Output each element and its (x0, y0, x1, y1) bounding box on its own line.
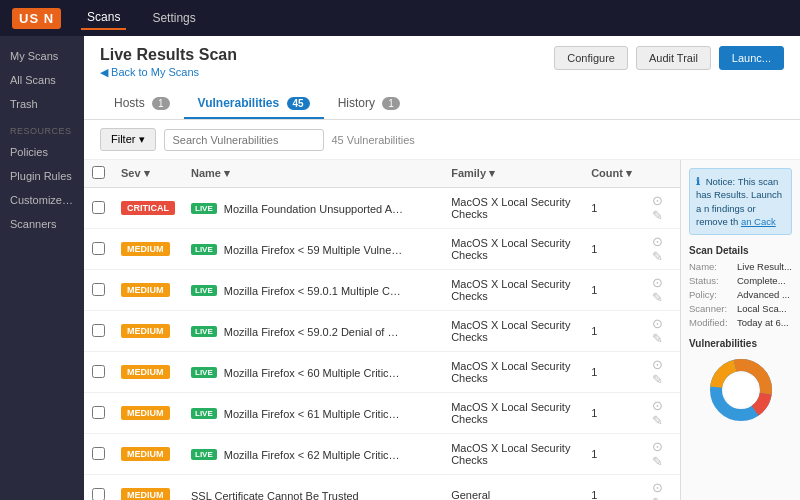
launch-button[interactable]: Launc... (719, 46, 784, 70)
table-row: MEDIUM SSL Certificate Cannot Be Trusted… (84, 475, 680, 501)
sidebar-item-customized-reports[interactable]: Customized Reports (0, 188, 84, 212)
audit-trail-button[interactable]: Audit Trail (636, 46, 711, 70)
tab-vuln-badge: 45 (287, 97, 310, 110)
tab-hosts[interactable]: Hosts 1 (100, 89, 184, 119)
table-row: MEDIUM LIVE Mozilla Firefox < 61 Multipl… (84, 393, 680, 434)
action-edit-icon-6[interactable]: ✎ (652, 454, 663, 469)
action-edit-icon-1[interactable]: ✎ (652, 249, 663, 264)
side-panel: ℹ Notice: This scan has Results. Launch … (680, 160, 800, 500)
table-row: MEDIUM LIVE Mozilla Firefox < 60 Multipl… (84, 352, 680, 393)
action-circle-icon-1[interactable]: ⊙ (652, 234, 663, 249)
scan-detail-row-4: Modified: Today at 6... (689, 317, 792, 328)
scan-detail-label-2: Policy: (689, 289, 734, 300)
notice-link[interactable]: an Cack (741, 216, 776, 227)
vuln-count-7: 1 (583, 475, 640, 501)
live-badge-1: LIVE (191, 244, 217, 255)
nav-scans[interactable]: Scans (81, 6, 126, 30)
action-circle-icon-5[interactable]: ⊙ (652, 398, 663, 413)
sidebar-item-all-scans[interactable]: All Scans (0, 68, 84, 92)
vuln-name-4[interactable]: Mozilla Firefox < 60 Multiple Critical V… (224, 367, 404, 379)
row-checkbox-0[interactable] (92, 201, 105, 214)
vuln-name-3[interactable]: Mozilla Firefox < 59.0.2 Denial of Servi… (224, 326, 404, 338)
scan-detail-row-3: Scanner: Local Sca... (689, 303, 792, 314)
vuln-section-title: Vulnerabilities (689, 338, 792, 349)
action-edit-icon-4[interactable]: ✎ (652, 372, 663, 387)
action-edit-icon-5[interactable]: ✎ (652, 413, 663, 428)
row-checkbox-2[interactable] (92, 283, 105, 296)
live-badge-3: LIVE (191, 326, 217, 337)
vuln-family-4: MacOS X Local Security Checks (443, 352, 583, 393)
select-all-checkbox[interactable] (92, 166, 105, 179)
action-edit-icon-3[interactable]: ✎ (652, 331, 663, 346)
action-circle-icon-4[interactable]: ⊙ (652, 357, 663, 372)
vuln-family-1: MacOS X Local Security Checks (443, 229, 583, 270)
table-row: CRITICAL LIVE Mozilla Foundation Unsuppo… (84, 188, 680, 229)
tab-history-badge: 1 (382, 97, 400, 110)
scan-detail-label-1: Status: (689, 275, 734, 286)
table-row: MEDIUM LIVE Mozilla Firefox < 59.0.1 Mul… (84, 270, 680, 311)
action-edit-icon-7[interactable]: ✎ (652, 495, 663, 500)
tab-history[interactable]: History 1 (324, 89, 414, 119)
header-buttons: Configure Audit Trail Launc... (554, 46, 784, 70)
search-input[interactable] (164, 129, 324, 151)
vuln-name-0[interactable]: Mozilla Foundation Unsupported Applicati… (224, 203, 404, 215)
vuln-name-2[interactable]: Mozilla Firefox < 59.0.1 Multiple Code E… (224, 285, 404, 297)
scan-detail-row-1: Status: Complete... (689, 275, 792, 286)
action-circle-icon-7[interactable]: ⊙ (652, 480, 663, 495)
sidebar-item-trash[interactable]: Trash (0, 92, 84, 116)
scan-detail-value-4: Today at 6... (737, 317, 789, 328)
toolbar: Filter ▾ 45 Vulnerabilities (84, 120, 800, 160)
donut-chart (689, 355, 792, 425)
vuln-count-1: 1 (583, 229, 640, 270)
col-header-family: Family ▾ (443, 160, 583, 188)
row-checkbox-7[interactable] (92, 488, 105, 501)
tab-vulnerabilities[interactable]: Vulnerabilities 45 (184, 89, 324, 119)
action-circle-icon-3[interactable]: ⊙ (652, 316, 663, 331)
vuln-name-7[interactable]: SSL Certificate Cannot Be Trusted (191, 490, 359, 500)
row-checkbox-4[interactable] (92, 365, 105, 378)
sidebar-item-plugin-rules[interactable]: Plugin Rules (0, 164, 84, 188)
action-circle-icon-6[interactable]: ⊙ (652, 439, 663, 454)
vuln-family-5: MacOS X Local Security Checks (443, 393, 583, 434)
vuln-name-5[interactable]: Mozilla Firefox < 61 Multiple Critical V… (224, 408, 404, 420)
sev-badge-7: MEDIUM (121, 488, 170, 500)
back-link[interactable]: ◀ Back to My Scans (100, 66, 237, 79)
sidebar-item-policies[interactable]: Policies (0, 140, 84, 164)
row-checkbox-6[interactable] (92, 447, 105, 460)
col-header-sev: Sev ▾ (113, 160, 183, 188)
tabs: Hosts 1 Vulnerabilities 45 History 1 (100, 89, 784, 119)
table-area: Sev ▾ Name ▾ Family ▾ Count ▾ CRITICAL L… (84, 160, 800, 500)
vuln-family-0: MacOS X Local Security Checks (443, 188, 583, 229)
vuln-count-0: 1 (583, 188, 640, 229)
content-area: Live Results Scan ◀ Back to My Scans Con… (84, 36, 800, 500)
scan-details-title: Scan Details (689, 245, 792, 256)
row-checkbox-5[interactable] (92, 406, 105, 419)
action-circle-icon-2[interactable]: ⊙ (652, 275, 663, 290)
action-edit-icon-0[interactable]: ✎ (652, 208, 663, 223)
row-checkbox-3[interactable] (92, 324, 105, 337)
sev-badge-1: MEDIUM (121, 242, 170, 256)
vuln-family-2: MacOS X Local Security Checks (443, 270, 583, 311)
vuln-name-1[interactable]: Mozilla Firefox < 59 Multiple Vulnerabil… (224, 244, 404, 256)
table-row: MEDIUM LIVE Mozilla Firefox < 59 Multipl… (84, 229, 680, 270)
live-badge-5: LIVE (191, 408, 217, 419)
scan-details: Scan Details Name: Live Result... Status… (689, 245, 792, 328)
table-row: MEDIUM LIVE Mozilla Firefox < 59.0.2 Den… (84, 311, 680, 352)
sev-badge-5: MEDIUM (121, 406, 170, 420)
vuln-family-6: MacOS X Local Security Checks (443, 434, 583, 475)
vuln-name-6[interactable]: Mozilla Firefox < 62 Multiple Critical V… (224, 449, 404, 461)
nav-settings[interactable]: Settings (146, 7, 201, 29)
page-header: Live Results Scan ◀ Back to My Scans Con… (84, 36, 800, 120)
vuln-table[interactable]: Sev ▾ Name ▾ Family ▾ Count ▾ CRITICAL L… (84, 160, 680, 500)
sidebar-item-scanners[interactable]: Scanners (0, 212, 84, 236)
sidebar-item-my-scans[interactable]: My Scans (0, 44, 84, 68)
vuln-count-2: 1 (583, 270, 640, 311)
filter-button[interactable]: Filter ▾ (100, 128, 156, 151)
live-badge-6: LIVE (191, 449, 217, 460)
sev-badge-0: CRITICAL (121, 201, 175, 215)
action-circle-icon-0[interactable]: ⊙ (652, 193, 663, 208)
configure-button[interactable]: Configure (554, 46, 628, 70)
live-badge-4: LIVE (191, 367, 217, 378)
action-edit-icon-2[interactable]: ✎ (652, 290, 663, 305)
row-checkbox-1[interactable] (92, 242, 105, 255)
